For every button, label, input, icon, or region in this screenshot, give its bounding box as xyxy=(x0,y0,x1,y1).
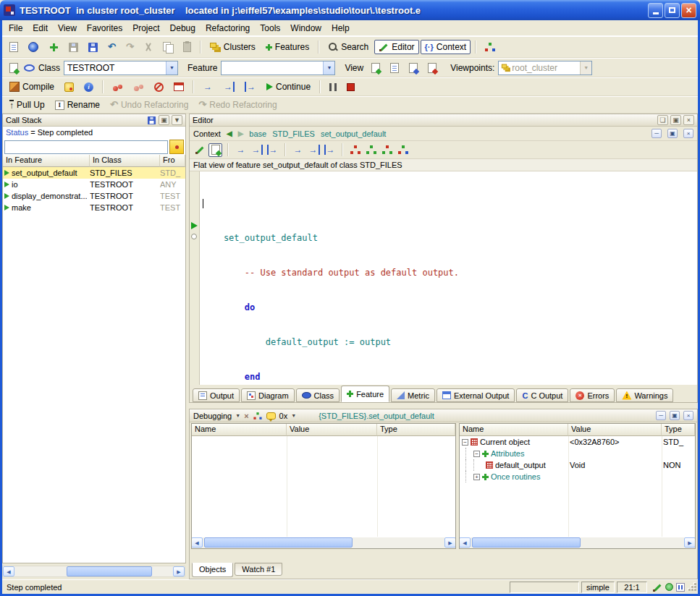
tab-class[interactable]: Class xyxy=(296,388,340,402)
object-tree-row[interactable]: default_output Void NON xyxy=(460,459,695,471)
tab-diagram[interactable]: Diagram xyxy=(241,388,295,402)
stack-options-button[interactable] xyxy=(169,140,184,154)
call-stack-hscrollbar[interactable]: ◀ ▶ xyxy=(2,566,185,577)
expand-icon[interactable]: + xyxy=(473,474,480,480)
call-stack-row[interactable]: display_demonstrat... TESTROOT TEST xyxy=(3,190,185,202)
menu-project[interactable]: Project xyxy=(127,21,164,35)
breakpoint-slot-icon[interactable] xyxy=(191,234,197,239)
scroll-thumb[interactable] xyxy=(204,537,353,548)
scroll-right-button[interactable]: ▶ xyxy=(684,537,696,548)
viewpoints-combo[interactable]: root_cluster ▼ xyxy=(498,61,592,75)
scroll-left-button[interactable]: ◀ xyxy=(191,537,203,548)
copy-button[interactable] xyxy=(159,40,177,54)
tab-objects[interactable]: Objects xyxy=(192,563,233,577)
menu-refactoring[interactable]: Refactoring xyxy=(201,21,255,35)
tab-watch-1[interactable]: Watch #1 xyxy=(235,563,282,576)
object-tree-row[interactable]: − Attributes xyxy=(460,448,695,459)
column-type[interactable]: Type xyxy=(662,424,695,436)
column-from[interactable]: Fro xyxy=(160,155,185,167)
paste-button[interactable] xyxy=(179,40,195,54)
menu-view[interactable]: View xyxy=(53,21,82,35)
open-in-new-tab-button[interactable] xyxy=(5,61,22,75)
new-item-button[interactable] xyxy=(44,40,63,54)
view-contract-button[interactable] xyxy=(405,61,422,75)
scroll-right-button[interactable]: ▶ xyxy=(444,537,456,548)
stack-filter-input[interactable] xyxy=(4,140,168,154)
rename-button[interactable]: I Rename xyxy=(51,98,104,112)
features-button[interactable]: Features xyxy=(261,40,313,54)
resize-grip[interactable] xyxy=(688,582,697,592)
object-tree-row[interactable]: + Once routines xyxy=(460,471,695,482)
minimize-icon[interactable]: ─ xyxy=(651,129,662,138)
tab-external-output[interactable]: External Output xyxy=(437,388,515,402)
chevron-down-icon[interactable]: ▼ xyxy=(235,413,240,418)
column-in-class[interactable]: In Class xyxy=(90,155,160,167)
hex-bubble-icon[interactable] xyxy=(266,412,276,420)
creators-button[interactable]: → xyxy=(307,143,321,157)
dock-down-icon[interactable]: ▼ xyxy=(172,115,182,125)
breakpoint-gutter[interactable] xyxy=(190,171,200,385)
tab-warnings[interactable]: !Warnings xyxy=(616,388,673,402)
history-forward-icon[interactable]: ▶ xyxy=(238,129,244,137)
menu-file[interactable]: File xyxy=(4,21,28,35)
close-tool-icon[interactable]: × xyxy=(244,412,248,420)
hex-label[interactable]: 0x xyxy=(279,412,288,420)
breadcrumb-class[interactable]: STD_FILES xyxy=(272,129,315,138)
go-to-definition-button[interactable]: → xyxy=(234,143,248,157)
scroll-left-button[interactable]: ◀ xyxy=(459,537,471,548)
column-value[interactable]: Value xyxy=(568,424,662,436)
maximize-button[interactable] xyxy=(665,3,680,18)
watch-grid-hscrollbar[interactable]: ◀ ▶ xyxy=(191,537,456,549)
restore-icon[interactable]: ❏ xyxy=(657,115,668,125)
column-in-feature[interactable]: In Feature xyxy=(3,155,90,167)
ancestors-button[interactable] xyxy=(348,143,362,157)
close-icon[interactable]: × xyxy=(683,115,694,125)
descendants-button[interactable] xyxy=(364,143,378,157)
minimize-icon[interactable]: ─ xyxy=(656,411,666,420)
close-button[interactable]: × xyxy=(681,3,696,18)
tab-output[interactable]: Output xyxy=(193,388,240,402)
edit-code-button[interactable] xyxy=(193,143,206,157)
breadcrumb-cluster[interactable]: base xyxy=(249,129,266,138)
call-stack-row[interactable]: make TESTROOT TEST xyxy=(3,202,185,213)
save-call-stack-icon[interactable] xyxy=(148,116,156,124)
assignees-button[interactable]: → xyxy=(323,143,337,157)
diagram-tool-button[interactable] xyxy=(481,40,499,54)
maximize-icon[interactable]: ▣ xyxy=(670,115,681,125)
column-name[interactable]: Name xyxy=(192,424,287,436)
melt-button[interactable] xyxy=(60,80,78,94)
clients-button[interactable] xyxy=(380,143,394,157)
pull-up-button[interactable]: ↑ Pull Up xyxy=(5,98,49,113)
code-area[interactable]: set_output_default -- Use standard outpu… xyxy=(190,171,697,385)
maximize-icon[interactable]: ▣ xyxy=(667,129,678,138)
breadcrumb-feature[interactable]: set_output_default xyxy=(321,129,387,138)
cut-button[interactable] xyxy=(140,40,157,54)
tab-errors[interactable]: ×Errors xyxy=(570,388,615,402)
column-value[interactable]: Value xyxy=(287,424,377,436)
code-lines[interactable]: set_output_default -- Use standard outpu… xyxy=(200,171,697,385)
tab-c-output[interactable]: CC Output xyxy=(516,388,568,402)
minimize-button[interactable] xyxy=(648,3,663,18)
menu-edit[interactable]: Edit xyxy=(28,21,53,35)
undo-button[interactable]: ↶ xyxy=(104,40,120,54)
search-button[interactable]: Search xyxy=(324,40,373,54)
debug-run-ignore-button[interactable] xyxy=(129,80,148,94)
save-all-button[interactable] xyxy=(84,41,102,54)
class-combo-dropdown[interactable]: ▼ xyxy=(166,61,177,74)
column-type[interactable]: Type xyxy=(377,424,455,436)
redo-refactoring-button[interactable]: ↷ Redo Refactoring xyxy=(194,98,281,112)
undock-icon[interactable]: ▣ xyxy=(159,115,169,125)
project-info-button[interactable]: i xyxy=(80,80,98,94)
maximize-icon[interactable]: ▣ xyxy=(670,411,680,420)
close-icon[interactable]: × xyxy=(683,411,693,420)
new-window-button[interactable] xyxy=(5,40,22,54)
view-interface-button[interactable] xyxy=(423,61,441,75)
collapse-icon[interactable]: − xyxy=(462,439,468,446)
save-button[interactable] xyxy=(64,41,83,54)
menu-help[interactable]: Help xyxy=(326,21,355,35)
pause-button[interactable] xyxy=(325,81,341,93)
step-next-button[interactable]: → xyxy=(198,80,217,94)
history-back-icon[interactable]: ◀ xyxy=(227,129,232,137)
collapse-icon[interactable]: − xyxy=(473,451,480,457)
view-flat-button[interactable] xyxy=(386,61,403,75)
